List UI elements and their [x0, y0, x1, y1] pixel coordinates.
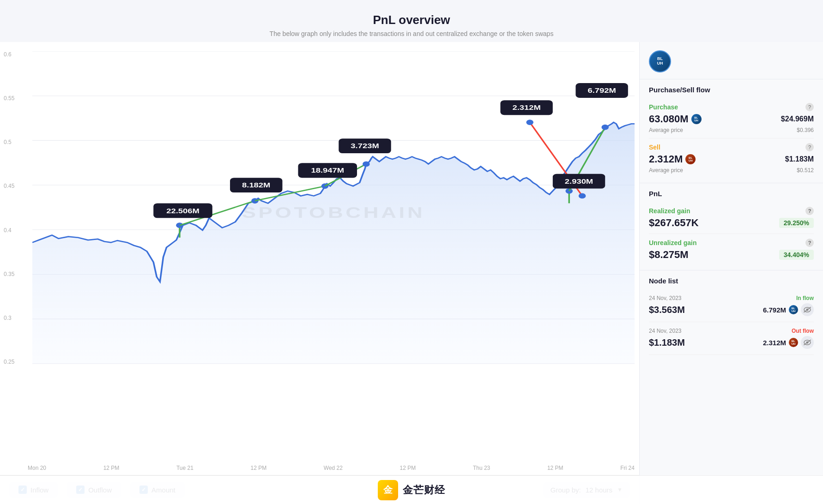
sell-avg-label: Average price: [649, 167, 683, 174]
x-label-2: Tue 21: [176, 465, 194, 471]
node-section: 24 Nov, 2023 In flow $3.563M 6.792M BLUH: [640, 289, 823, 504]
sell-token-badge: BLUH: [685, 154, 696, 164]
purchase-amount: 63.080M BLUH: [649, 113, 702, 125]
purchase-avg-price: $0.396: [797, 127, 814, 133]
avatar: BLUH: [649, 50, 671, 72]
node-token-value-1: 2.312M: [763, 339, 786, 347]
svg-text:SPOTOBCHAIN: SPOTOBCHAIN: [242, 204, 425, 221]
x-label-0: Mon 20: [28, 465, 46, 471]
svg-line-40: [804, 307, 811, 312]
x-label-8: Fri 24: [620, 465, 635, 471]
purchase-help-icon[interactable]: ?: [805, 103, 814, 111]
chart-panel: 0.6 0.55 0.5 0.45 0.4 0.35 0.3 0.25: [0, 42, 639, 504]
svg-text:22.506M: 22.506M: [166, 207, 200, 214]
sidebar-token: BLUH: [640, 42, 823, 79]
pnl-section: Realized gain ? $267.657K 29.250% Unreal…: [640, 202, 823, 270]
unrealized-gain-value: $8.275M: [649, 249, 689, 261]
svg-text:18.947M: 18.947M: [311, 167, 344, 174]
sell-usd: $1.183M: [785, 155, 814, 163]
svg-point-22: [579, 193, 586, 198]
y-label-0: 0.6: [4, 51, 14, 58]
chart-wrapper: 0.6 0.55 0.5 0.45 0.4 0.35 0.3 0.25: [0, 42, 639, 475]
x-label-3: 12 PM: [251, 465, 267, 471]
purchase-token-badge: BLUH: [691, 114, 702, 124]
y-label-3: 0.45: [4, 183, 14, 189]
purchase-row: Purchase ? 63.080M BLUH $24.969M Average…: [649, 98, 814, 138]
main-content: 0.6 0.55 0.5 0.45 0.4 0.35 0.3 0.25: [0, 42, 823, 504]
svg-point-19: [602, 125, 608, 130]
y-label-6: 0.3: [4, 315, 14, 321]
flow-section: Purchase ? 63.080M BLUH $24.969M Average…: [640, 98, 823, 183]
unrealized-gain-row: Unrealized gain ? $8.275M 34.404%: [649, 234, 814, 265]
node-date-1: 24 Nov, 2023: [649, 328, 682, 334]
sell-label: Sell: [649, 144, 660, 151]
sell-amount: 2.312M BLUH: [649, 153, 696, 165]
node-token-value-0: 6.792M: [763, 306, 786, 314]
realized-gain-row: Realized gain ? $267.657K 29.250%: [649, 202, 814, 234]
node-tokens-0: 6.792M BLUH: [763, 303, 814, 316]
x-axis-labels: Mon 20 12 PM Tue 21 12 PM Wed 22 12 PM T…: [28, 465, 635, 471]
x-label-7: 12 PM: [547, 465, 563, 471]
svg-text:3.723M: 3.723M: [351, 143, 379, 150]
node-token-badge-0: BLUH: [789, 305, 798, 314]
realized-gain-label: Realized gain: [649, 207, 690, 215]
svg-text:2.312M: 2.312M: [512, 104, 540, 111]
node-amount-1: $1.183M: [649, 337, 685, 348]
y-label-2: 0.5: [4, 139, 14, 145]
sell-help-icon[interactable]: ?: [805, 143, 814, 151]
page-subtitle: The below graph only includes the transa…: [0, 30, 823, 37]
chart-svg: 22.506M 8.182M 18.947M 3.723M 2.312M: [32, 51, 635, 365]
y-axis-labels: 0.6 0.55 0.5 0.45 0.4 0.35 0.3 0.25: [4, 51, 14, 365]
sell-row: Sell ? 2.312M BLUH $1.183M Average price…: [649, 138, 814, 178]
node-list-title: Node list: [640, 270, 823, 289]
sell-avg-price: $0.512: [797, 167, 814, 174]
svg-text:6.792M: 6.792M: [587, 87, 616, 94]
page-title: PnL overview: [0, 13, 823, 27]
x-label-6: Thu 23: [473, 465, 490, 471]
page-header: PnL overview The below graph only includ…: [0, 0, 823, 42]
node-item-0: 24 Nov, 2023 In flow $3.563M 6.792M BLUH: [649, 289, 814, 322]
x-label-4: Wed 22: [324, 465, 343, 471]
node-date-0: 24 Nov, 2023: [649, 295, 682, 301]
realized-help-icon[interactable]: ?: [805, 207, 814, 215]
node-eye-0[interactable]: [801, 303, 814, 316]
svg-text:2.930M: 2.930M: [565, 178, 593, 185]
unrealized-gain-label: Unrealized gain: [649, 239, 696, 246]
pnl-section-title: PnL: [640, 183, 823, 202]
svg-point-21: [526, 120, 533, 125]
x-label-1: 12 PM: [103, 465, 120, 471]
node-token-badge-1: BLUH: [789, 338, 798, 347]
svg-line-43: [804, 340, 811, 345]
unrealized-gain-badge: 34.404%: [779, 250, 814, 260]
purchase-sell-section-title: Purchase/Sell flow: [640, 79, 823, 98]
svg-point-9: [176, 223, 183, 228]
purchase-label: Purchase: [649, 103, 678, 111]
page-container: PnL overview The below graph only includ…: [0, 0, 823, 504]
node-item-1: 24 Nov, 2023 Out flow $1.183M 2.312M BLU…: [649, 322, 814, 355]
realized-gain-badge: 29.250%: [779, 218, 814, 228]
node-amount-0: $3.563M: [649, 305, 685, 315]
y-label-5: 0.35: [4, 271, 14, 277]
node-flow-1: Out flow: [792, 328, 814, 334]
node-eye-1[interactable]: [801, 336, 814, 349]
purchase-avg-label: Average price: [649, 127, 683, 133]
y-label-1: 0.55: [4, 95, 14, 102]
unrealized-help-icon[interactable]: ?: [805, 239, 814, 247]
svg-text:8.182M: 8.182M: [242, 182, 270, 189]
realized-gain-value: $267.657K: [649, 217, 699, 229]
x-label-5: 12 PM: [400, 465, 416, 471]
sidebar: BLUH Purchase/Sell flow Purchase ? 63.08…: [639, 42, 823, 504]
y-label-7: 0.25: [4, 359, 14, 365]
svg-point-15: [363, 162, 369, 167]
node-flow-0: In flow: [796, 295, 814, 301]
purchase-usd: $24.969M: [781, 115, 814, 123]
y-label-4: 0.4: [4, 227, 14, 234]
node-tokens-1: 2.312M BLUH: [763, 336, 814, 349]
